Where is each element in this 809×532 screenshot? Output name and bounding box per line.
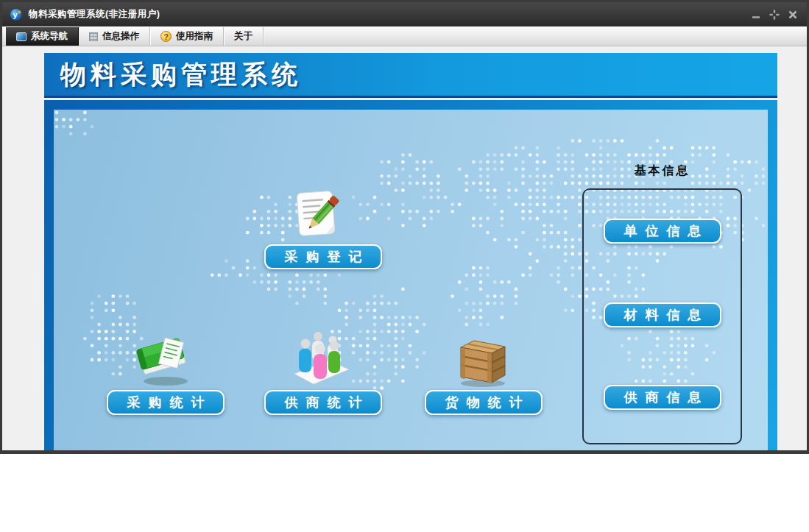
close-icon <box>788 10 798 20</box>
button-label: 材料信息 <box>624 306 710 324</box>
tab-label: 信息操作 <box>102 30 139 43</box>
supplier-statistics-button[interactable]: 供商统计 <box>264 390 382 415</box>
tab-label: 使用指南 <box>176 30 213 43</box>
button-label: 货物统计 <box>445 394 531 411</box>
window-title: 物料采购管理系统(非注册用户) <box>29 8 160 21</box>
button-label: 供商信息 <box>624 389 710 406</box>
material-info-button[interactable]: 材料信息 <box>604 302 721 327</box>
restore-button[interactable] <box>768 9 781 21</box>
svg-text:y: y <box>13 10 18 19</box>
notepad-pencil-icon <box>292 188 345 244</box>
button-label: 单位信息 <box>624 222 710 240</box>
green-book-icon <box>133 330 195 390</box>
minimize-icon <box>751 10 761 20</box>
grid-icon <box>89 32 98 41</box>
window-controls <box>749 9 799 21</box>
unit-info-button[interactable]: 单位信息 <box>604 219 721 244</box>
purchase-statistics-button[interactable]: 采购统计 <box>107 390 225 415</box>
minimize-button[interactable] <box>749 9 763 21</box>
supplier-info-button[interactable]: 供商信息 <box>604 385 721 410</box>
tab-label: 关于 <box>234 30 252 43</box>
tab-user-guide[interactable]: ? 使用指南 <box>150 27 224 46</box>
wooden-crate-icon <box>453 333 511 389</box>
close-button[interactable] <box>786 9 799 21</box>
tab-information-operations[interactable]: 信息操作 <box>79 27 150 46</box>
goods-statistics-button[interactable]: 货物统计 <box>425 390 543 415</box>
button-label: 供商统计 <box>285 394 370 411</box>
banner: 物料采购管理系统 <box>44 53 777 98</box>
screen-icon <box>16 32 27 41</box>
toolbar-tabstrip: 系统导航 信息操作 ? 使用指南 关于 <box>2 26 807 46</box>
button-label: 采购登记 <box>285 248 370 266</box>
tab-label: 系统导航 <box>31 30 68 43</box>
help-icon: ? <box>160 31 172 42</box>
page-title: 物料采购管理系统 <box>60 57 302 92</box>
purchase-register-button[interactable]: 采购登记 <box>264 244 382 269</box>
people-group-icon <box>290 327 353 389</box>
titlebar: y 物料采购管理系统(非注册用户) <box>2 2 807 26</box>
app-logo-icon: y <box>10 8 23 21</box>
tab-system-navigation[interactable]: 系统导航 <box>6 27 79 46</box>
tab-about[interactable]: 关于 <box>224 27 264 46</box>
restore-icon <box>769 10 780 20</box>
basic-info-title: 基本信息 <box>582 163 742 179</box>
button-label: 采购统计 <box>127 394 213 411</box>
